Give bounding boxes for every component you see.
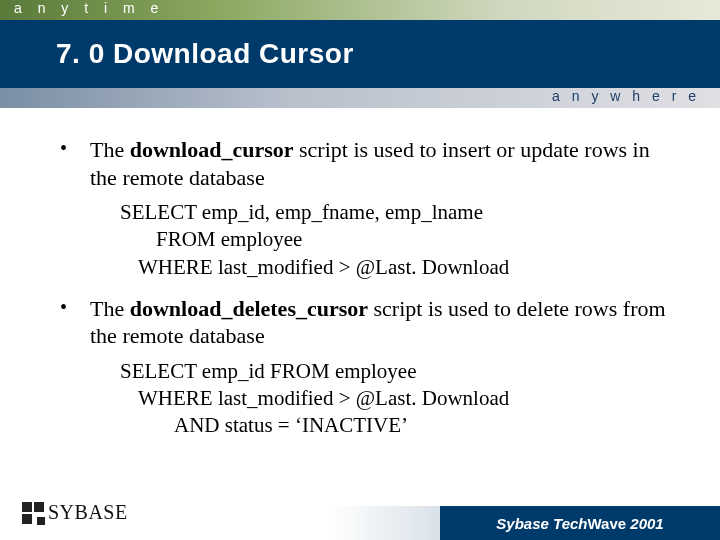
code-line: AND status = ‘INACTIVE’	[120, 412, 680, 439]
text-fragment: The	[90, 137, 130, 162]
slide-title: 7. 0 Download Cursor	[56, 38, 354, 70]
footer-year: 2001	[630, 515, 663, 532]
top-gradient-strip: a n y t i m e	[0, 0, 720, 20]
footer-mid: Wave	[588, 515, 631, 532]
footer-prefix: Sybase Tech	[496, 515, 587, 532]
bullet-text: The download_deletes_cursor script is us…	[90, 295, 680, 350]
footer-band: Sybase TechWave 2001	[440, 506, 720, 540]
code-line: SELECT emp_id, emp_fname, emp_lname	[120, 199, 680, 226]
code-line: FROM employee	[120, 226, 680, 253]
bullet-dot: •	[60, 295, 90, 350]
code-line: WHERE last_modified > @Last. Download	[120, 254, 680, 281]
bold-term: download_deletes_cursor	[130, 296, 368, 321]
code-block: SELECT emp_id, emp_fname, emp_lname FROM…	[120, 199, 680, 281]
bullet-item: • The download_deletes_cursor script is …	[60, 295, 680, 350]
title-band: 7. 0 Download Cursor	[0, 20, 720, 88]
bold-term: download_cursor	[130, 137, 294, 162]
bullet-item: • The download_cursor script is used to …	[60, 136, 680, 191]
text-fragment: The	[90, 296, 130, 321]
sub-word: a n y w h e r e	[552, 88, 700, 104]
footer-gradient	[0, 506, 440, 540]
code-line: SELECT emp_id FROM employee	[120, 358, 680, 385]
sub-gradient-strip: a n y w h e r e	[0, 88, 720, 108]
top-word: a n y t i m e	[14, 0, 164, 16]
code-block: SELECT emp_id FROM employee WHERE last_m…	[120, 358, 680, 440]
bullet-text: The download_cursor script is used to in…	[90, 136, 680, 191]
slide-content: • The download_cursor script is used to …	[0, 120, 720, 454]
code-line: WHERE last_modified > @Last. Download	[120, 385, 680, 412]
bullet-dot: •	[60, 136, 90, 191]
